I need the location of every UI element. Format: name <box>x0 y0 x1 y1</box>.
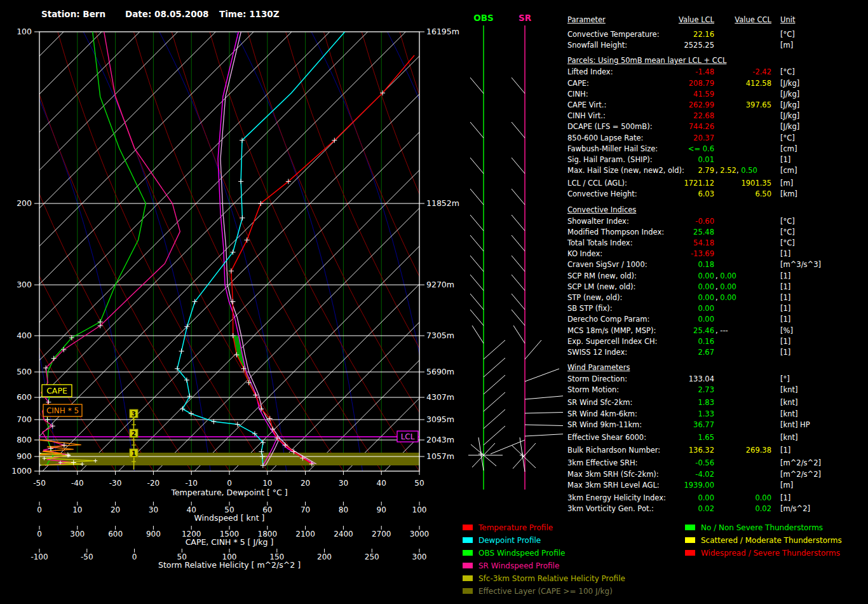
table-row: CINH Virt.:22.68[J/kg] <box>567 111 866 121</box>
svg-text:SR: SR <box>519 13 532 23</box>
svg-text:50: 50 <box>414 479 424 488</box>
value-lcl: 6.03 <box>567 191 714 198</box>
table-row: LCL / CCL (AGL):1901.351721.12[m] <box>567 178 866 189</box>
svg-text:LCL: LCL <box>401 432 415 441</box>
row-unit: [J/kg] <box>780 91 799 99</box>
svg-text:100: 100 <box>412 505 427 514</box>
col-value-lcl: Value LCL <box>679 17 714 24</box>
svg-text:CAPE, CINH * 5 [ J/kg ]: CAPE, CINH * 5 [ J/kg ] <box>186 537 274 547</box>
skewt-background <box>0 32 563 474</box>
row-unit: [m] <box>780 482 793 490</box>
value-lcl: 1.65 <box>567 434 714 442</box>
svg-text:100: 100 <box>17 27 32 36</box>
value-lcl: 0.00 <box>567 316 714 324</box>
km-markers: 123 <box>130 409 138 457</box>
legend-color-chip <box>463 525 473 530</box>
row-unit: [1] <box>780 495 790 502</box>
wind-barb-columns: OBSSR <box>468 13 563 490</box>
legend-color-chip <box>685 537 695 543</box>
svg-text:90: 90 <box>377 505 386 514</box>
col-value-ccl: Value CCL <box>735 17 771 24</box>
row-unit: [°] <box>780 376 790 383</box>
value-lcl: 208.79 <box>567 80 714 88</box>
svg-text:7305m: 7305m <box>426 331 454 340</box>
row-unit: [°C] <box>780 135 795 142</box>
row-unit: [1] <box>780 316 790 324</box>
legend-label: Widespread / Severe Thunderstorms <box>701 549 840 558</box>
value-extra: , 0.00 <box>715 294 736 302</box>
value-lcl: <= 0.6 <box>567 146 714 153</box>
legend-color-chip <box>685 525 695 530</box>
value-extra: , 0.00 <box>715 273 736 280</box>
table-row: Modified Thompson Index:25.48[°C] <box>567 227 866 238</box>
axis-3: -100-50050100150200250300Storm Relative … <box>31 549 426 570</box>
row-unit: [°C] <box>780 240 795 247</box>
svg-text:1000: 1000 <box>11 466 32 476</box>
table-row: MCS 18m/s (MMP, MSP):25.46, ---[%] <box>567 326 866 336</box>
parameter-table: Parameter Value LCL Value CCL Unit Conve… <box>567 14 866 514</box>
legend-label: Dewpoint Profile <box>478 536 541 545</box>
profiles <box>37 32 419 470</box>
svg-text:70: 70 <box>301 505 310 514</box>
svg-text:-30: -30 <box>109 479 122 488</box>
value-lcl: 0.00 <box>567 495 714 502</box>
row-unit: [km] <box>780 191 797 198</box>
row-unit: [1] <box>780 156 790 164</box>
value-lcl: 2.67 <box>567 349 714 357</box>
svg-text:OBS: OBS <box>473 13 494 23</box>
sounding-analysis-window: Station: Bern Date: 08.05.2008 Time: 113… <box>0 0 868 604</box>
axis-0: -50-40-30-20-1001020304050Temperature, D… <box>33 471 424 497</box>
col-unit: Unit <box>780 17 795 24</box>
legend-item: Temperature Profile <box>463 523 625 535</box>
svg-text:300: 300 <box>17 280 32 289</box>
value-lcl: 0.02 <box>567 505 714 513</box>
row-unit: [1] <box>780 251 790 258</box>
row-unit: [1] <box>780 338 790 346</box>
legend-label: No / Non Severe Thunderstorms <box>701 523 823 532</box>
svg-text:0: 0 <box>227 479 232 488</box>
lcl-label: LCL <box>397 431 418 442</box>
svg-text:20: 20 <box>111 505 120 514</box>
table-header-row: Parameter Value LCL Value CCL Unit <box>567 14 866 27</box>
row-unit: [knt] <box>780 399 797 407</box>
altitude-axis: 16195m11852m9270m7305m5690m4307m3095m204… <box>419 27 459 461</box>
table-row: Sig. Hail Param. (SHIP):0.01[1] <box>567 154 866 165</box>
svg-text:700: 700 <box>17 415 32 424</box>
svg-text:300: 300 <box>412 553 427 561</box>
svg-text:5690m: 5690m <box>426 367 454 376</box>
value-lcl: 133.04 <box>567 376 714 383</box>
svg-text:2400: 2400 <box>334 530 353 539</box>
table-row: 850-600 Lapse Rate:20.37[°C] <box>567 133 866 144</box>
table-row: Max 3km SRH Level AGL:1939.00[m] <box>567 480 866 491</box>
svg-text:2100: 2100 <box>295 530 315 539</box>
value-lcl: 136.32 <box>567 447 714 455</box>
svg-text:Windspeed [ knt ]: Windspeed [ knt ] <box>194 513 265 523</box>
value-lcl: 0.00 <box>567 273 714 280</box>
row-unit: [knt] <box>780 411 797 418</box>
value-lcl: -0.60 <box>567 218 714 226</box>
row-unit: [cm] <box>780 167 797 175</box>
table-row: SWISS 12 Index:2.67[1] <box>567 347 866 358</box>
value-lcl: 0.00 <box>567 294 714 302</box>
row-unit: [°C] <box>780 31 795 39</box>
table-row: Craven SigSvr / 1000:0.18[m^3/s^3] <box>567 259 866 270</box>
value-lcl: -0.56 <box>567 460 714 467</box>
legend-item: SR Windspeed Profile <box>463 561 625 573</box>
table-row: Derecho Comp Param:0.00[1] <box>567 314 866 325</box>
legend-color-chip <box>463 550 473 556</box>
value-lcl: 1.33 <box>567 411 714 418</box>
legend-label: Temperature Profile <box>478 523 553 532</box>
severity-legend: No / Non Severe ThunderstormsScattered /… <box>685 523 842 561</box>
profile-legend: Temperature ProfileDewpoint ProfileOBS W… <box>463 523 625 599</box>
value-lcl: 20.37 <box>567 135 714 142</box>
table-row: SCP RM (new, old):0.00, 0.00[1] <box>567 271 866 282</box>
row-unit: [cm] <box>780 146 797 153</box>
table-row: Convective Temperature:22.16[°C] <box>567 29 866 40</box>
svg-text:3095m: 3095m <box>426 415 454 424</box>
svg-text:0: 0 <box>132 553 137 561</box>
legend-item: Dewpoint Profile <box>463 535 625 548</box>
svg-text:400: 400 <box>17 331 32 340</box>
row-unit: [J/kg] <box>780 113 799 120</box>
svg-text:600: 600 <box>17 392 32 402</box>
svg-text:-50: -50 <box>33 479 46 488</box>
